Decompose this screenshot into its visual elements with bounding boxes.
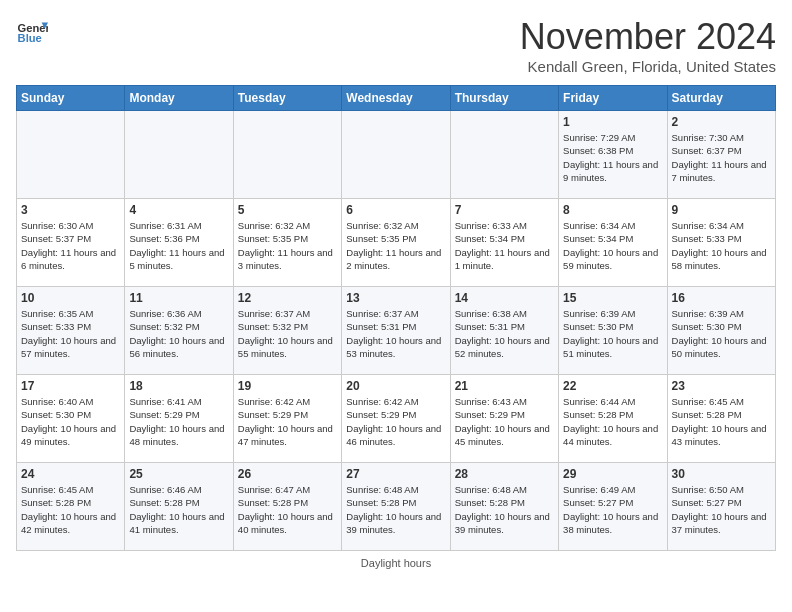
calendar-cell: 3Sunrise: 6:30 AM Sunset: 5:37 PM Daylig… [17, 199, 125, 287]
day-info: Sunrise: 6:31 AM Sunset: 5:36 PM Dayligh… [129, 219, 228, 272]
calendar-cell [125, 111, 233, 199]
column-header-sunday: Sunday [17, 86, 125, 111]
calendar-cell: 5Sunrise: 6:32 AM Sunset: 5:35 PM Daylig… [233, 199, 341, 287]
day-info: Sunrise: 6:30 AM Sunset: 5:37 PM Dayligh… [21, 219, 120, 272]
calendar-cell: 22Sunrise: 6:44 AM Sunset: 5:28 PM Dayli… [559, 375, 667, 463]
day-number: 19 [238, 379, 337, 393]
calendar-cell: 23Sunrise: 6:45 AM Sunset: 5:28 PM Dayli… [667, 375, 775, 463]
day-number: 4 [129, 203, 228, 217]
title-block: November 2024 Kendall Green, Florida, Un… [520, 16, 776, 75]
calendar-cell: 4Sunrise: 6:31 AM Sunset: 5:36 PM Daylig… [125, 199, 233, 287]
day-info: Sunrise: 6:47 AM Sunset: 5:28 PM Dayligh… [238, 483, 337, 536]
day-info: Sunrise: 6:34 AM Sunset: 5:33 PM Dayligh… [672, 219, 771, 272]
day-info: Sunrise: 6:45 AM Sunset: 5:28 PM Dayligh… [672, 395, 771, 448]
calendar-cell: 13Sunrise: 6:37 AM Sunset: 5:31 PM Dayli… [342, 287, 450, 375]
day-number: 29 [563, 467, 662, 481]
calendar-cell: 30Sunrise: 6:50 AM Sunset: 5:27 PM Dayli… [667, 463, 775, 551]
calendar-cell: 12Sunrise: 6:37 AM Sunset: 5:32 PM Dayli… [233, 287, 341, 375]
month-title: November 2024 [520, 16, 776, 58]
day-info: Sunrise: 6:39 AM Sunset: 5:30 PM Dayligh… [672, 307, 771, 360]
calendar-cell: 7Sunrise: 6:33 AM Sunset: 5:34 PM Daylig… [450, 199, 558, 287]
calendar-cell [17, 111, 125, 199]
day-number: 30 [672, 467, 771, 481]
footer-text: Daylight hours [361, 557, 431, 569]
calendar-cell: 11Sunrise: 6:36 AM Sunset: 5:32 PM Dayli… [125, 287, 233, 375]
day-number: 6 [346, 203, 445, 217]
calendar-cell: 2Sunrise: 7:30 AM Sunset: 6:37 PM Daylig… [667, 111, 775, 199]
day-number: 11 [129, 291, 228, 305]
calendar-cell: 27Sunrise: 6:48 AM Sunset: 5:28 PM Dayli… [342, 463, 450, 551]
day-number: 28 [455, 467, 554, 481]
calendar-cell: 26Sunrise: 6:47 AM Sunset: 5:28 PM Dayli… [233, 463, 341, 551]
logo: General Blue [16, 16, 48, 48]
day-number: 24 [21, 467, 120, 481]
day-info: Sunrise: 6:40 AM Sunset: 5:30 PM Dayligh… [21, 395, 120, 448]
calendar-cell: 15Sunrise: 6:39 AM Sunset: 5:30 PM Dayli… [559, 287, 667, 375]
day-info: Sunrise: 6:50 AM Sunset: 5:27 PM Dayligh… [672, 483, 771, 536]
day-info: Sunrise: 6:43 AM Sunset: 5:29 PM Dayligh… [455, 395, 554, 448]
calendar-cell: 8Sunrise: 6:34 AM Sunset: 5:34 PM Daylig… [559, 199, 667, 287]
calendar-cell: 9Sunrise: 6:34 AM Sunset: 5:33 PM Daylig… [667, 199, 775, 287]
column-header-wednesday: Wednesday [342, 86, 450, 111]
day-number: 13 [346, 291, 445, 305]
day-number: 25 [129, 467, 228, 481]
calendar-week-row: 1Sunrise: 7:29 AM Sunset: 6:38 PM Daylig… [17, 111, 776, 199]
day-number: 2 [672, 115, 771, 129]
calendar-week-row: 10Sunrise: 6:35 AM Sunset: 5:33 PM Dayli… [17, 287, 776, 375]
day-info: Sunrise: 6:37 AM Sunset: 5:31 PM Dayligh… [346, 307, 445, 360]
day-number: 9 [672, 203, 771, 217]
day-number: 14 [455, 291, 554, 305]
calendar-week-row: 3Sunrise: 6:30 AM Sunset: 5:37 PM Daylig… [17, 199, 776, 287]
calendar-cell: 14Sunrise: 6:38 AM Sunset: 5:31 PM Dayli… [450, 287, 558, 375]
day-number: 20 [346, 379, 445, 393]
day-number: 12 [238, 291, 337, 305]
footer: Daylight hours [16, 557, 776, 569]
calendar-cell: 29Sunrise: 6:49 AM Sunset: 5:27 PM Dayli… [559, 463, 667, 551]
day-number: 17 [21, 379, 120, 393]
day-info: Sunrise: 6:42 AM Sunset: 5:29 PM Dayligh… [238, 395, 337, 448]
calendar-cell: 6Sunrise: 6:32 AM Sunset: 5:35 PM Daylig… [342, 199, 450, 287]
column-header-monday: Monday [125, 86, 233, 111]
calendar-cell: 21Sunrise: 6:43 AM Sunset: 5:29 PM Dayli… [450, 375, 558, 463]
day-info: Sunrise: 7:29 AM Sunset: 6:38 PM Dayligh… [563, 131, 662, 184]
day-number: 18 [129, 379, 228, 393]
day-number: 21 [455, 379, 554, 393]
calendar-cell: 20Sunrise: 6:42 AM Sunset: 5:29 PM Dayli… [342, 375, 450, 463]
calendar-cell: 17Sunrise: 6:40 AM Sunset: 5:30 PM Dayli… [17, 375, 125, 463]
day-info: Sunrise: 6:48 AM Sunset: 5:28 PM Dayligh… [346, 483, 445, 536]
column-header-saturday: Saturday [667, 86, 775, 111]
day-number: 8 [563, 203, 662, 217]
calendar-cell [450, 111, 558, 199]
day-info: Sunrise: 6:35 AM Sunset: 5:33 PM Dayligh… [21, 307, 120, 360]
day-info: Sunrise: 6:44 AM Sunset: 5:28 PM Dayligh… [563, 395, 662, 448]
calendar-cell: 18Sunrise: 6:41 AM Sunset: 5:29 PM Dayli… [125, 375, 233, 463]
page-header: General Blue November 2024 Kendall Green… [16, 16, 776, 75]
day-info: Sunrise: 6:38 AM Sunset: 5:31 PM Dayligh… [455, 307, 554, 360]
calendar-cell [233, 111, 341, 199]
calendar-cell: 10Sunrise: 6:35 AM Sunset: 5:33 PM Dayli… [17, 287, 125, 375]
day-info: Sunrise: 6:33 AM Sunset: 5:34 PM Dayligh… [455, 219, 554, 272]
calendar-cell: 25Sunrise: 6:46 AM Sunset: 5:28 PM Dayli… [125, 463, 233, 551]
calendar-cell: 19Sunrise: 6:42 AM Sunset: 5:29 PM Dayli… [233, 375, 341, 463]
day-number: 27 [346, 467, 445, 481]
day-info: Sunrise: 6:45 AM Sunset: 5:28 PM Dayligh… [21, 483, 120, 536]
svg-text:Blue: Blue [18, 32, 42, 44]
day-info: Sunrise: 6:41 AM Sunset: 5:29 PM Dayligh… [129, 395, 228, 448]
day-number: 22 [563, 379, 662, 393]
day-number: 5 [238, 203, 337, 217]
day-info: Sunrise: 6:32 AM Sunset: 5:35 PM Dayligh… [346, 219, 445, 272]
day-number: 23 [672, 379, 771, 393]
day-info: Sunrise: 6:39 AM Sunset: 5:30 PM Dayligh… [563, 307, 662, 360]
day-info: Sunrise: 6:42 AM Sunset: 5:29 PM Dayligh… [346, 395, 445, 448]
day-number: 1 [563, 115, 662, 129]
day-info: Sunrise: 6:49 AM Sunset: 5:27 PM Dayligh… [563, 483, 662, 536]
calendar-cell: 24Sunrise: 6:45 AM Sunset: 5:28 PM Dayli… [17, 463, 125, 551]
day-number: 3 [21, 203, 120, 217]
day-info: Sunrise: 6:34 AM Sunset: 5:34 PM Dayligh… [563, 219, 662, 272]
calendar-cell: 28Sunrise: 6:48 AM Sunset: 5:28 PM Dayli… [450, 463, 558, 551]
day-number: 16 [672, 291, 771, 305]
day-info: Sunrise: 6:48 AM Sunset: 5:28 PM Dayligh… [455, 483, 554, 536]
day-number: 10 [21, 291, 120, 305]
column-header-friday: Friday [559, 86, 667, 111]
logo-icon: General Blue [16, 16, 48, 48]
